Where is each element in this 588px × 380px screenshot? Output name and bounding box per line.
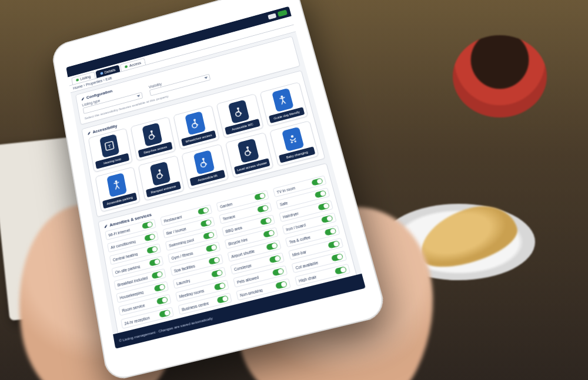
accessibility-icon — [185, 111, 206, 135]
toggle-switch[interactable] — [275, 281, 288, 290]
feature-card[interactable]: Accessible parking — [95, 167, 141, 213]
svg-point-14 — [246, 146, 249, 149]
toggle-switch[interactable] — [151, 271, 163, 279]
toggle-switch[interactable] — [254, 193, 266, 201]
amenity-label: Pets allowed — [236, 275, 259, 284]
amenity-label: Air conditioning — [111, 239, 136, 249]
toggle-switch[interactable] — [203, 231, 215, 240]
amenity-label: On-site parking — [115, 264, 140, 274]
accessibility-icon — [228, 100, 250, 124]
amenity-label: Concierge — [233, 263, 252, 271]
chevron-down-icon — [137, 95, 141, 97]
toggle-switch[interactable] — [156, 297, 168, 305]
toggle-switch[interactable] — [149, 258, 161, 267]
toggle-switch[interactable] — [335, 266, 347, 275]
accessibility-icon — [193, 150, 215, 174]
svg-point-6 — [237, 107, 240, 110]
pencil-icon — [103, 224, 108, 228]
toggle-switch[interactable] — [159, 310, 171, 318]
amenity-label: Safe — [279, 200, 288, 206]
accessibility-icon: T — [99, 134, 119, 158]
feature-card[interactable]: THearing loop — [88, 128, 133, 173]
amenity-label: Terrace — [222, 214, 236, 221]
toggle-switch[interactable] — [318, 203, 330, 211]
toggle-switch[interactable] — [154, 284, 166, 292]
amenity-label: Breakfast included — [117, 275, 148, 287]
feature-card[interactable]: Accessible WC — [216, 93, 264, 138]
accessibility-icon — [106, 173, 127, 197]
amenity-label: High chair — [298, 274, 316, 283]
svg-text:T: T — [108, 143, 112, 150]
feature-card[interactable]: Wheelchair access — [173, 105, 219, 150]
pencil-icon — [81, 96, 85, 101]
toggle-switch[interactable] — [263, 230, 275, 238]
amenity-label: Bar / lounge — [166, 226, 186, 235]
accessibility-icon — [272, 88, 294, 112]
amenity-label: BBQ area — [225, 225, 242, 233]
svg-point-18 — [294, 140, 296, 143]
svg-point-3 — [149, 134, 154, 140]
toggle-switch[interactable] — [266, 242, 278, 250]
feature-card[interactable]: Baby changing — [269, 120, 319, 166]
amenity-label: Gym / fitness — [171, 251, 193, 260]
amenity-label: Hairdryer — [282, 211, 299, 218]
toggle-switch[interactable] — [331, 253, 343, 262]
amenity-label: Airport shuttle — [230, 248, 255, 258]
toggle-switch[interactable] — [198, 207, 209, 215]
accessibility-icon — [150, 162, 171, 186]
svg-point-17 — [290, 141, 293, 143]
toggle-switch[interactable] — [315, 190, 327, 198]
feature-card[interactable]: Ramped entrance — [138, 155, 185, 201]
toggle-switch[interactable] — [211, 269, 223, 277]
feature-card[interactable]: Step-free access — [131, 116, 176, 161]
accessibility-icon — [142, 123, 162, 147]
amenity-label: 24-hr reception — [124, 315, 150, 326]
amenity-label: Central heating — [112, 251, 138, 261]
amenity-label: Iron / board — [286, 223, 306, 231]
amenity-label: Swimming pool — [169, 237, 195, 247]
amenity-label: Business centre — [181, 301, 209, 311]
toggle-switch[interactable] — [321, 215, 333, 223]
amenity-label: TV in room — [276, 186, 296, 194]
toggle-switch[interactable] — [214, 282, 226, 290]
toggle-switch[interactable] — [216, 295, 228, 304]
amenity-label: Garden — [219, 201, 232, 209]
amenity-label: Housekeeping — [119, 290, 143, 300]
status-chip — [268, 13, 276, 19]
svg-point-7 — [235, 111, 241, 117]
feature-card[interactable]: Level access shower — [225, 132, 274, 178]
amenity-label: Cot available — [295, 260, 319, 270]
toggle-switch[interactable] — [260, 217, 272, 225]
toggle-switch[interactable] — [269, 255, 281, 263]
toggle-switch[interactable] — [206, 244, 218, 252]
save-indicator — [278, 9, 288, 16]
toggle-switch[interactable] — [142, 221, 153, 229]
amenity-label: Room service — [122, 303, 145, 313]
toggle-switch[interactable] — [311, 178, 323, 186]
toggle-switch[interactable] — [328, 240, 340, 249]
amenity-label: Mini-bar — [292, 250, 306, 257]
svg-point-10 — [158, 169, 161, 172]
toggle-switch[interactable] — [144, 233, 155, 241]
toggle-switch[interactable] — [257, 204, 269, 213]
toggle-switch[interactable] — [272, 268, 285, 277]
svg-point-15 — [245, 150, 250, 156]
toggle-switch[interactable] — [208, 257, 220, 265]
toggle-switch[interactable] — [200, 219, 212, 227]
feature-card[interactable]: Guide dog friendly — [260, 82, 309, 127]
svg-point-11 — [156, 173, 162, 179]
dot-icon — [125, 65, 128, 68]
amenity-label: Meeting rooms — [179, 288, 205, 298]
amenity-label: Tea & coffee — [289, 235, 311, 244]
toggle-switch[interactable] — [324, 227, 336, 236]
svg-point-4 — [193, 119, 196, 122]
amenity-label: Restaurant — [163, 214, 182, 223]
feature-card[interactable]: Accessible lift — [182, 144, 229, 190]
amenity-label: Non-smoking — [239, 288, 263, 297]
toggle-switch[interactable] — [146, 246, 158, 254]
chevron-down-icon — [204, 76, 208, 79]
amenity-label: Laundry — [176, 278, 191, 286]
dot-icon — [76, 78, 79, 81]
tablet-device: Listing Details Access Home › Properties… — [51, 0, 388, 380]
amenity-label: Wi-Fi internet — [108, 228, 131, 237]
